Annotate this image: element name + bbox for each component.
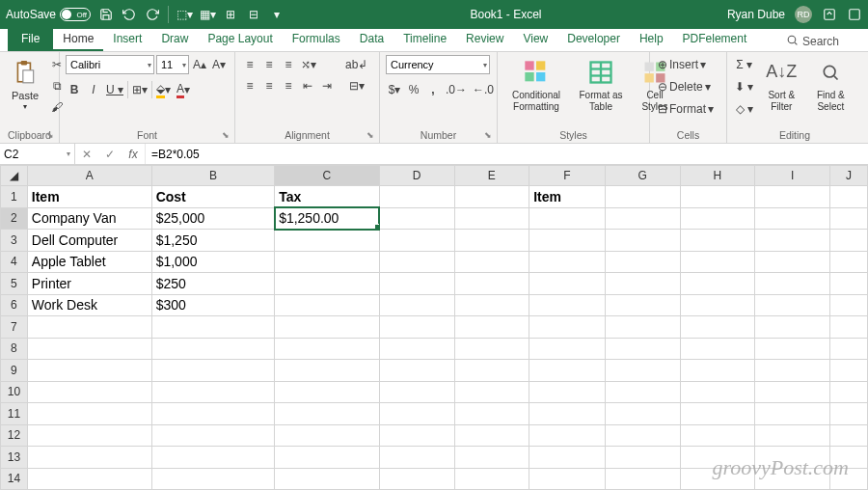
cell[interactable] — [529, 230, 605, 252]
format-cells-button[interactable]: ⊡ Format ▾ — [656, 99, 725, 119]
cell[interactable] — [379, 338, 454, 360]
cell[interactable] — [605, 338, 680, 360]
tab-timeline[interactable]: Timeline — [393, 29, 456, 51]
cell[interactable] — [151, 468, 274, 490]
comma-icon[interactable]: , — [424, 80, 442, 99]
row-header[interactable]: 1 — [1, 186, 28, 208]
cell[interactable] — [379, 207, 454, 230]
cell[interactable] — [454, 251, 529, 273]
accounting-icon[interactable]: $▾ — [386, 80, 403, 99]
cell-selected[interactable]: $1,250.00 — [275, 207, 380, 230]
row-header[interactable]: 10 — [1, 381, 28, 403]
cell[interactable]: Item — [27, 186, 151, 208]
cell[interactable] — [27, 447, 151, 469]
cell[interactable] — [829, 338, 867, 360]
cell[interactable] — [680, 424, 755, 447]
insert-cells-button[interactable]: ⊕ Insert ▾ — [656, 55, 725, 74]
cell[interactable] — [379, 403, 454, 425]
tab-page-layout[interactable]: Page Layout — [198, 29, 282, 51]
cell[interactable] — [27, 360, 151, 382]
cell[interactable] — [454, 273, 529, 295]
cell[interactable] — [829, 294, 867, 316]
tab-data[interactable]: Data — [350, 29, 393, 51]
cell[interactable]: $250 — [151, 273, 274, 295]
col-header[interactable]: G — [605, 166, 680, 186]
paste-button[interactable]: Paste▾ — [6, 55, 44, 114]
tab-home[interactable]: Home — [53, 29, 103, 51]
user-name[interactable]: Ryan Dube — [727, 8, 785, 21]
cell[interactable] — [454, 294, 529, 316]
row-header[interactable]: 11 — [1, 403, 28, 425]
cell[interactable] — [680, 207, 755, 230]
cell[interactable] — [275, 338, 380, 360]
cell[interactable] — [605, 230, 680, 252]
cell[interactable] — [151, 381, 274, 403]
col-header[interactable]: F — [529, 166, 605, 186]
cell[interactable] — [529, 381, 605, 403]
dialog-launcher-icon[interactable]: ⬊ — [366, 130, 376, 140]
delete-cells-button[interactable]: ⊖ Delete ▾ — [656, 77, 725, 96]
cell[interactable] — [529, 316, 605, 339]
cell[interactable] — [454, 207, 529, 230]
cell[interactable]: Apple Tablet — [27, 251, 151, 273]
cell[interactable] — [27, 403, 151, 425]
cell[interactable] — [27, 468, 151, 490]
cell[interactable] — [680, 360, 755, 382]
dialog-launcher-icon[interactable]: ⬊ — [484, 130, 494, 140]
cell[interactable] — [605, 251, 680, 273]
dialog-launcher-icon[interactable]: ⬊ — [222, 130, 231, 140]
cell[interactable]: Item — [529, 186, 605, 208]
decrease-indent-icon[interactable]: ⇤ — [299, 76, 316, 95]
cell[interactable] — [829, 230, 867, 252]
cell[interactable] — [379, 447, 454, 469]
tab-insert[interactable]: Insert — [103, 29, 151, 51]
cell[interactable] — [680, 403, 755, 425]
save-icon[interactable] — [98, 7, 114, 22]
wrap-text-icon[interactable]: ab↲ — [343, 55, 369, 74]
align-left-icon[interactable]: ≡ — [241, 76, 258, 95]
qat-icon[interactable]: ⊟ — [246, 7, 261, 22]
cell[interactable] — [379, 381, 454, 403]
cell[interactable] — [379, 251, 454, 273]
underline-button[interactable]: U ▾ — [104, 80, 125, 99]
cell[interactable] — [151, 403, 274, 425]
cell[interactable] — [454, 186, 529, 208]
cell[interactable] — [27, 381, 151, 403]
tab-pdfelement[interactable]: PDFelement — [673, 29, 757, 51]
cell[interactable] — [151, 316, 274, 339]
name-box[interactable]: C2 — [0, 144, 75, 164]
cell[interactable] — [454, 360, 529, 382]
cell[interactable] — [275, 360, 380, 382]
cell[interactable] — [379, 468, 454, 490]
autosum-icon[interactable]: Σ ▾ — [733, 55, 755, 74]
align-bottom-icon[interactable]: ≡ — [280, 55, 297, 74]
align-middle-icon[interactable]: ≡ — [260, 55, 278, 74]
cell[interactable] — [605, 468, 680, 490]
cell[interactable] — [829, 273, 867, 295]
cell[interactable] — [275, 381, 380, 403]
cell[interactable] — [529, 207, 605, 230]
col-header[interactable]: J — [829, 166, 867, 186]
cell[interactable] — [680, 230, 755, 252]
cell[interactable] — [605, 186, 680, 208]
cell[interactable] — [680, 316, 755, 339]
cell[interactable] — [829, 207, 867, 230]
cell[interactable] — [755, 316, 830, 339]
cell[interactable] — [605, 360, 680, 382]
clear-icon[interactable]: ◇ ▾ — [733, 99, 755, 119]
cell[interactable] — [454, 424, 529, 447]
cell[interactable] — [829, 381, 867, 403]
cell[interactable]: $1,000 — [151, 251, 274, 273]
fx-icon[interactable]: fx — [122, 144, 145, 164]
cell[interactable] — [605, 273, 680, 295]
autosave-toggle[interactable]: AutoSave Off — [6, 8, 91, 21]
cell[interactable] — [275, 447, 380, 469]
borders-icon[interactable]: ⊞▾ — [130, 80, 149, 99]
cell[interactable] — [605, 424, 680, 447]
redo-icon[interactable] — [145, 7, 160, 22]
cell[interactable] — [27, 316, 151, 339]
align-right-icon[interactable]: ≡ — [280, 76, 297, 95]
bold-button[interactable]: B — [66, 80, 83, 99]
cell[interactable] — [680, 273, 755, 295]
cell[interactable] — [27, 338, 151, 360]
